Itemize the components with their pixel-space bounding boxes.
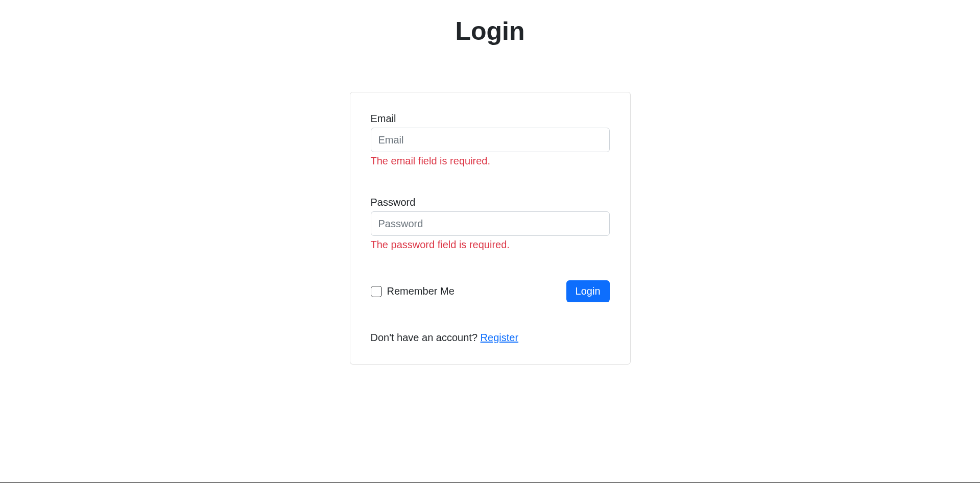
login-button[interactable]: Login (566, 280, 610, 302)
email-label: Email (371, 113, 610, 125)
register-link[interactable]: Register (481, 332, 518, 343)
remember-label: Remember Me (387, 285, 455, 297)
email-error: The email field is required. (371, 155, 610, 167)
password-error: The password field is required. (371, 239, 610, 251)
email-group: Email The email field is required. (371, 113, 610, 167)
password-label: Password (371, 197, 610, 208)
page-title: Login (0, 16, 980, 46)
action-row: Remember Me Login (371, 280, 610, 302)
register-row: Don't have an account? Register (371, 332, 610, 344)
login-card: Email The email field is required. Passw… (350, 92, 631, 365)
password-group: Password The password field is required. (371, 197, 610, 251)
remember-wrap: Remember Me (371, 285, 455, 297)
email-input[interactable] (371, 128, 610, 152)
register-prompt: Don't have an account? (371, 332, 481, 343)
remember-checkbox[interactable] (371, 286, 382, 297)
password-input[interactable] (371, 211, 610, 236)
